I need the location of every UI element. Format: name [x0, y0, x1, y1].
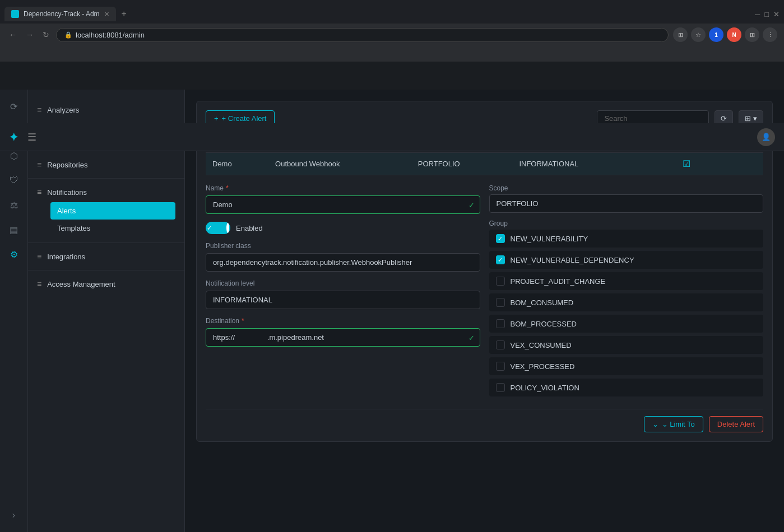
sidebar-section-integrations: ≡ Integrations — [28, 243, 184, 270]
forward-button[interactable]: → — [24, 28, 36, 41]
checkbox-project-audit-change[interactable] — [496, 277, 505, 286]
window-maximize[interactable]: □ — [764, 10, 769, 18]
lock-icon: 🔒 — [64, 31, 72, 39]
back-button[interactable]: ← — [7, 28, 19, 41]
detail-form: Name * ✓ ✓ Enabled — [206, 184, 763, 400]
rail-icon-dashboard[interactable]: ⟳ — [4, 96, 24, 116]
enabled-toggle[interactable]: ✓ — [206, 222, 230, 234]
limit-to-button[interactable]: ⌄ ⌄ Limit To — [644, 416, 703, 432]
scope-section: Scope PORTFOLIO — [489, 184, 764, 213]
menu-icon-integ: ≡ — [37, 252, 41, 261]
user-avatar[interactable]: 👤 — [757, 128, 775, 146]
sidebar-section-access-management: ≡ Access Management — [28, 270, 184, 297]
cell-scope: PORTFOLIO — [411, 153, 513, 175]
group-item-new-vulnerability: NEW_VULNERABILITY — [489, 230, 764, 248]
star-icon[interactable]: ☆ — [691, 27, 706, 42]
delete-alert-label: Delete Alert — [717, 420, 755, 428]
app-logo: ✦ — [9, 130, 18, 144]
sidebar-subitem-templates[interactable]: Templates — [50, 220, 175, 237]
sidebar-label-notifications: Notifications — [47, 188, 87, 197]
group-item-vex-processed: VEX_PROCESSED — [489, 357, 764, 375]
address-text: localhost:8081/admin — [76, 31, 145, 39]
sidebar: ≡ Analyzers ≡ Vulnerability Sources ≡ Re… — [28, 90, 185, 532]
menu-dots-icon[interactable]: ⋮ — [763, 27, 777, 42]
checkbox-new-vulnerability[interactable] — [496, 234, 505, 243]
group-label: Group — [489, 220, 764, 227]
create-alert-label: + Create Alert — [222, 114, 267, 123]
icon-rail: ⟳ ⬡ ⬡ 🛡 ⚖ ▤ ⚙ › — [0, 90, 28, 532]
checkbox-vex-processed[interactable] — [496, 362, 505, 371]
table-row[interactable]: Demo Outbound Webhook PORTFOLIO INFORMAT… — [206, 153, 763, 175]
sidebar-section-analyzers: ≡ Analyzers — [28, 96, 184, 124]
hamburger-button[interactable]: ☰ — [27, 131, 36, 143]
rail-icon-reports[interactable]: ▤ — [4, 220, 24, 240]
window-minimize[interactable]: ─ — [755, 10, 760, 18]
cell-notification-level: INFORMATIONAL — [512, 153, 675, 175]
group-item-bom-processed: BOM_PROCESSED — [489, 315, 764, 333]
publisher-class-input[interactable] — [206, 253, 480, 272]
sidebar-item-notifications[interactable]: ≡ Notifications — [37, 184, 175, 200]
sidebar-item-access-management[interactable]: ≡ Access Management — [37, 276, 175, 292]
sidebar-section-notifications: ≡ Notifications Alerts Templates — [28, 179, 184, 243]
sidebar-label-repositories: Repositories — [47, 161, 87, 169]
scope-label: Scope — [489, 184, 764, 192]
delete-alert-button[interactable]: Delete Alert — [709, 416, 763, 432]
refresh-button[interactable]: ↻ — [40, 28, 52, 41]
form-group-notification-level: Notification level — [206, 279, 480, 309]
address-bar[interactable]: 🔒 localhost:8081/admin — [56, 28, 669, 42]
main-content: + + Create Alert ⟳ ⊞ ▾ Name Publisher Sc… — [185, 90, 784, 532]
required-star: * — [226, 184, 229, 192]
sidebar-subitem-alerts[interactable]: Alerts — [50, 202, 175, 220]
group-label-bom-consumed: BOM_CONSUMED — [511, 298, 574, 307]
checkbox-new-vulnerable-dependency[interactable] — [496, 255, 505, 264]
name-input-group: ✓ — [206, 195, 480, 214]
enabled-checkbox[interactable]: ☑ — [683, 159, 690, 169]
rail-icon-collapse[interactable]: › — [4, 505, 24, 525]
enabled-toggle-container: ✓ Enabled — [206, 222, 480, 234]
right-panel: Scope PORTFOLIO Group NEW_VULNERABILITY … — [489, 184, 764, 400]
window-close[interactable]: ✕ — [773, 10, 780, 18]
new-tab-button[interactable]: + — [116, 6, 132, 22]
ext3-icon[interactable]: ⊞ — [745, 27, 759, 42]
checkbox-vex-consumed[interactable] — [496, 340, 505, 349]
group-label-vex-processed: VEX_PROCESSED — [511, 362, 575, 371]
cell-publisher: Outbound Webhook — [268, 153, 411, 175]
destination-input-group: ✓ — [206, 328, 480, 347]
group-label-vex-consumed: VEX_CONSUMED — [511, 341, 572, 349]
cell-name: Demo — [206, 153, 268, 175]
checkbox-policy-violation[interactable] — [496, 383, 505, 392]
cell-enabled: ☑ — [676, 153, 763, 175]
extensions-icon[interactable]: ⊞ — [673, 27, 688, 42]
group-label-project-audit-change: PROJECT_AUDIT_CHANGE — [511, 277, 606, 286]
ext1-icon[interactable]: 1 — [709, 27, 723, 42]
ext2-icon[interactable]: N — [727, 27, 741, 42]
sidebar-section-repositories: ≡ Repositories — [28, 151, 184, 179]
sidebar-label-integrations: Integrations — [47, 253, 85, 261]
checkbox-bom-consumed[interactable] — [496, 298, 505, 307]
rail-icon-settings[interactable]: ⚙ — [4, 244, 24, 264]
rail-icon-audit[interactable]: ⚖ — [4, 195, 24, 215]
form-group-destination: Destination * ✓ — [206, 317, 480, 347]
notification-level-input[interactable] — [206, 291, 480, 309]
checkbox-bom-processed[interactable] — [496, 319, 505, 328]
destination-input[interactable] — [206, 328, 480, 347]
menu-icon-notif: ≡ — [37, 188, 41, 197]
tab-close-button[interactable]: ✕ — [104, 11, 109, 18]
left-panel: Name * ✓ ✓ Enabled — [206, 184, 480, 400]
enabled-label: Enabled — [236, 224, 263, 232]
dest-valid-icon: ✓ — [468, 333, 475, 342]
group-item-policy-violation: POLICY_VIOLATION — [489, 379, 764, 396]
scope-display: PORTFOLIO — [489, 194, 764, 213]
group-label-new-vulnerable-dependency: NEW_VULNERABLE_DEPENDENCY — [511, 256, 634, 264]
group-item-vex-consumed: VEX_CONSUMED — [489, 336, 764, 354]
sidebar-item-repositories[interactable]: ≡ Repositories — [37, 157, 175, 172]
browser-tab[interactable]: Dependency-Track - Adm ✕ — [4, 7, 116, 21]
name-input[interactable] — [206, 195, 480, 214]
bottom-actions: ⌄ ⌄ Limit To Delete Alert — [206, 409, 763, 432]
rail-icon-shield[interactable]: 🛡 — [4, 170, 24, 190]
sidebar-item-integrations[interactable]: ≡ Integrations — [37, 249, 175, 264]
sidebar-item-analyzers[interactable]: ≡ Analyzers — [37, 102, 175, 118]
chevron-down-icon: ⌄ — [652, 420, 658, 428]
group-section: Group NEW_VULNERABILITY NEW_VULNERABLE_D… — [489, 220, 764, 400]
group-label-new-vulnerability: NEW_VULNERABILITY — [511, 235, 588, 243]
